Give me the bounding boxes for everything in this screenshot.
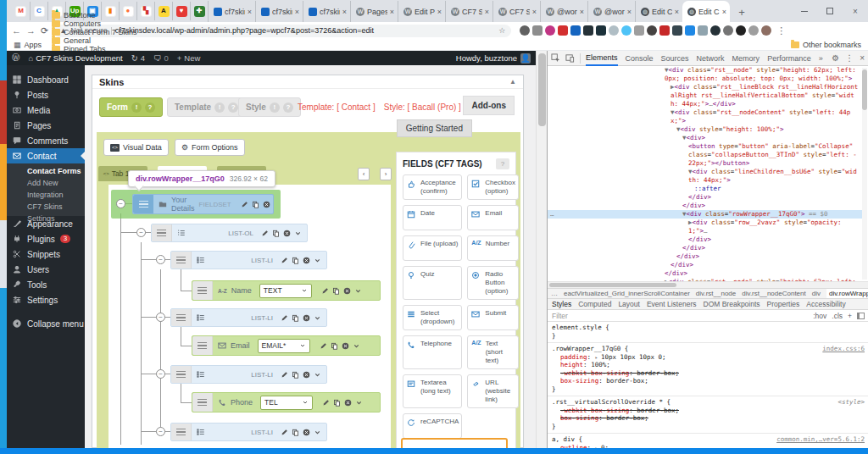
gray-circle-ext[interactable] — [723, 25, 733, 36]
snowflake-ext[interactable] — [621, 25, 632, 36]
tab-close-icon[interactable]: × — [675, 8, 679, 16]
browser-tab-3[interactable]: cf7skir× — [303, 1, 350, 22]
css-property[interactable]: height: 100%; — [552, 361, 865, 369]
back-button[interactable]: ← — [12, 26, 21, 36]
devtools-more-tabs[interactable]: » — [819, 51, 823, 66]
copy-icon[interactable] — [292, 371, 299, 379]
light-circle-ext[interactable] — [609, 25, 619, 36]
field-button-recaptcha[interactable]: reCAPTCHA — [403, 413, 462, 439]
code-line-16[interactable]: </div> — [548, 261, 862, 269]
field-button-file-upload-[interactable]: File (upload) — [403, 235, 462, 261]
browser-tab-4[interactable]: WPages× — [350, 1, 398, 22]
devtools-tab-memory[interactable]: Memory — [732, 51, 760, 66]
tab-close-icon[interactable]: × — [437, 8, 442, 16]
browser-tab-11[interactable]: ◍Edit C× — [682, 1, 730, 22]
pinned-tab-c-app[interactable]: C — [30, 2, 47, 20]
field-button-email[interactable]: Email — [467, 205, 519, 230]
elements-tree[interactable]: ▼<div class="rst__node" style="height: 6… — [548, 66, 862, 281]
pencil-icon[interactable] — [281, 314, 288, 322]
code-line-11[interactable]: …▼<div class="rowWrapper__17qG0"> == $0 — [548, 210, 862, 219]
form-options-button[interactable]: ⚙ Form Options — [175, 139, 245, 156]
wp-logo[interactable]: Ⓦ — [12, 53, 20, 64]
field-button-date[interactable]: Date — [403, 205, 462, 230]
sidebar-item-pages[interactable]: Pages — [7, 118, 85, 133]
getting-started-button[interactable]: Getting Started — [397, 119, 472, 137]
field-button-submit[interactable]: Submit — [467, 305, 519, 330]
drag-handle[interactable] — [133, 195, 153, 213]
camera-ext[interactable] — [532, 25, 542, 36]
forward-button[interactable]: → — [26, 26, 36, 36]
browser-tab-10[interactable]: ◍Edit C× — [635, 1, 682, 22]
updates-indicator[interactable]: ↻ 4 — [131, 53, 145, 63]
code-line-13[interactable]: </div> — [548, 235, 862, 244]
cls-toggle[interactable]: .cls — [832, 312, 843, 320]
instagram-ext[interactable] — [545, 25, 555, 36]
chev-icon[interactable] — [354, 287, 362, 295]
sidebar-item-collapse-menu[interactable]: Collapse menu — [7, 316, 85, 331]
dark-ext-2[interactable] — [596, 25, 606, 36]
delx-icon[interactable] — [344, 399, 352, 407]
chev-icon[interactable] — [355, 399, 363, 407]
elements-scrollbar[interactable] — [862, 68, 867, 280]
devtools-tab-console[interactable]: Console — [626, 51, 654, 66]
pencil-icon[interactable] — [241, 201, 248, 208]
field-button-url-website-link-[interactable]: URL (website link) — [467, 374, 519, 408]
copy-icon[interactable] — [292, 429, 299, 436]
copy-icon[interactable] — [292, 314, 299, 322]
delx-icon[interactable] — [303, 371, 310, 379]
code-line-3[interactable]: ▼<div class="rst__nodeContent" style="le… — [548, 108, 862, 125]
chev-icon[interactable] — [294, 230, 302, 237]
collapse-node-button[interactable]: − — [156, 255, 165, 264]
drag-handle[interactable] — [152, 224, 172, 241]
bookmark-folder-2[interactable]: Computers — [52, 19, 137, 28]
tabs-next-button[interactable]: › — [380, 168, 392, 180]
sidebar-item-appearance[interactable]: Appearance — [7, 216, 85, 231]
pencil-icon[interactable] — [281, 429, 288, 436]
copy-icon[interactable] — [331, 342, 338, 350]
devtools-tab-network[interactable]: Network — [697, 51, 725, 66]
drag-handle[interactable] — [171, 309, 192, 326]
account-menu[interactable]: Howdy, buzztone 👤 — [456, 53, 531, 64]
tab-close-icon[interactable]: × — [485, 8, 489, 16]
drag-handle[interactable] — [171, 366, 192, 383]
browser-tab-7[interactable]: WCF7 Sk× — [492, 1, 540, 22]
site-name[interactable]: ⌂ CF7 Skins Development — [29, 53, 123, 63]
delx-icon[interactable] — [303, 429, 310, 436]
breadcrumb-5[interactable]: div — [812, 290, 821, 297]
new-rule-button[interactable]: + — [848, 312, 852, 320]
field-button-checkbox-option-[interactable]: Checkbox (option) — [467, 174, 519, 200]
code-line-2[interactable]: ▶<div class="rst__lineBlock rst__lineHal… — [548, 83, 862, 108]
copy-icon[interactable] — [292, 257, 299, 264]
sidebar-item-plugins[interactable]: Plugins3 — [7, 231, 85, 246]
pencil-icon[interactable] — [322, 399, 330, 407]
chev-icon[interactable] — [353, 342, 360, 350]
pin-ext[interactable] — [659, 25, 670, 36]
url-text[interactable]: cf7skinsdev.local/wp-admin/admin.php?pag… — [115, 26, 495, 35]
globe-dark-ext[interactable] — [710, 25, 721, 36]
devtools-settings-icon[interactable]: ⚙ — [832, 53, 839, 63]
field-button-telephone[interactable]: Telephone — [403, 335, 462, 369]
copy-icon[interactable] — [272, 230, 280, 237]
code-line-1[interactable]: ▼<div class="rst__node" style="height: 6… — [548, 66, 862, 83]
css-property[interactable]: box-sizing: border-box; — [552, 377, 865, 385]
field-button-text-short-text-[interactable]: A/ZText (short text) — [467, 335, 519, 369]
pencil-icon[interactable] — [321, 287, 329, 295]
sidebar-item-users[interactable]: Users — [7, 262, 85, 277]
reload-button[interactable]: ⟳ — [41, 26, 48, 36]
submenu-item-contact-forms[interactable]: Contact Forms — [7, 165, 85, 177]
form-help-badge[interactable]: ? — [145, 102, 155, 113]
pinned-tab-notes[interactable]: A — [154, 2, 172, 20]
breadcrumb-6[interactable]: div.rowWrapper__17qG0 — [826, 289, 868, 299]
field-button-textarea-long-text-[interactable]: Textarea (long text) — [403, 374, 462, 408]
copy-icon[interactable] — [252, 201, 259, 208]
submenu-item-cf7-skins-settings[interactable]: CF7 Skins Settings — [7, 201, 85, 213]
sidebar-item-settings[interactable]: Settings — [7, 292, 85, 307]
bookmark-folder-4[interactable]: General — [52, 36, 137, 45]
dark-ext-1[interactable] — [583, 25, 593, 36]
device-toolbar-icon[interactable] — [565, 53, 575, 63]
browser-tab-1[interactable]: cf7skir× — [208, 1, 255, 22]
sidebar-item-media[interactable]: Media — [7, 102, 85, 118]
fields-help-button[interactable]: ? — [496, 158, 509, 169]
tab-close-icon[interactable]: × — [722, 8, 726, 16]
apps-shortcut[interactable]: ▦ Apps — [14, 41, 42, 49]
